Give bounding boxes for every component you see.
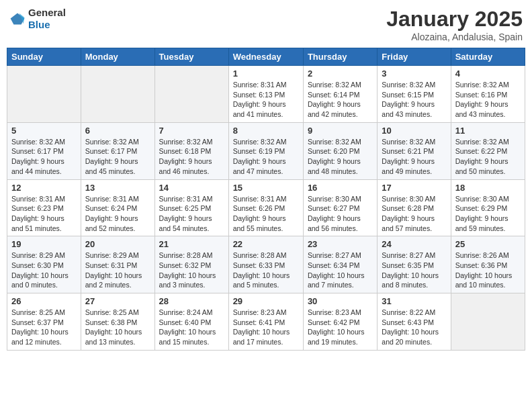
day-number: 23 — [308, 239, 373, 249]
logo-general: General — [28, 7, 66, 18]
calendar-cell: 19Sunrise: 8:29 AM Sunset: 6:30 PM Dayli… — [7, 236, 81, 293]
day-number: 31 — [382, 296, 446, 306]
day-content: Sunrise: 8:24 AM Sunset: 6:40 PM Dayligh… — [159, 308, 224, 347]
day-content: Sunrise: 8:30 AM Sunset: 6:28 PM Dayligh… — [382, 194, 446, 234]
day-content: Sunrise: 8:32 AM Sunset: 6:17 PM Dayligh… — [11, 137, 77, 177]
month-title: January 2025 — [386, 7, 523, 32]
calendar-cell: 22Sunrise: 8:28 AM Sunset: 6:33 PM Dayli… — [228, 236, 303, 293]
day-number: 14 — [159, 183, 224, 193]
weekday-header-thursday: Thursday — [303, 48, 377, 66]
day-number: 3 — [382, 68, 446, 79]
calendar-cell: 23Sunrise: 8:27 AM Sunset: 6:34 PM Dayli… — [303, 236, 377, 293]
logo: General Blue — [9, 7, 66, 31]
calendar-cell: 20Sunrise: 8:29 AM Sunset: 6:31 PM Dayli… — [81, 236, 154, 293]
day-content: Sunrise: 8:22 AM Sunset: 6:43 PM Dayligh… — [382, 308, 446, 347]
day-content: Sunrise: 8:31 AM Sunset: 6:13 PM Dayligh… — [233, 80, 299, 120]
calendar-cell: 12Sunrise: 8:31 AM Sunset: 6:23 PM Dayli… — [7, 179, 81, 236]
calendar-cell: 11Sunrise: 8:32 AM Sunset: 6:22 PM Dayli… — [451, 122, 525, 179]
calendar-cell: 29Sunrise: 8:23 AM Sunset: 6:41 PM Dayli… — [228, 293, 303, 351]
day-content: Sunrise: 8:31 AM Sunset: 6:24 PM Dayligh… — [85, 194, 150, 234]
calendar-cell: 17Sunrise: 8:30 AM Sunset: 6:28 PM Dayli… — [378, 179, 451, 236]
day-number: 6 — [85, 126, 150, 136]
calendar-cell: 27Sunrise: 8:25 AM Sunset: 6:38 PM Dayli… — [81, 293, 154, 351]
calendar-cell — [451, 293, 525, 351]
calendar-cell — [81, 66, 154, 123]
calendar-cell: 4Sunrise: 8:32 AM Sunset: 6:16 PM Daylig… — [451, 66, 525, 123]
calendar-cell: 8Sunrise: 8:32 AM Sunset: 6:19 PM Daylig… — [228, 122, 303, 179]
week-row-4: 19Sunrise: 8:29 AM Sunset: 6:30 PM Dayli… — [7, 236, 525, 293]
calendar-cell — [154, 66, 228, 123]
day-number: 17 — [382, 183, 446, 193]
calendar-cell: 2Sunrise: 8:32 AM Sunset: 6:14 PM Daylig… — [303, 66, 377, 123]
calendar-cell: 24Sunrise: 8:27 AM Sunset: 6:35 PM Dayli… — [378, 236, 451, 293]
day-content: Sunrise: 8:32 AM Sunset: 6:17 PM Dayligh… — [85, 137, 150, 177]
logo-icon — [9, 12, 26, 26]
day-content: Sunrise: 8:27 AM Sunset: 6:35 PM Dayligh… — [382, 250, 446, 290]
calendar-cell: 14Sunrise: 8:31 AM Sunset: 6:25 PM Dayli… — [154, 179, 228, 236]
week-row-5: 26Sunrise: 8:25 AM Sunset: 6:37 PM Dayli… — [7, 293, 525, 351]
location-title: Alozaina, Andalusia, Spain — [386, 32, 523, 42]
day-number: 20 — [85, 239, 150, 249]
day-number: 22 — [233, 239, 299, 249]
day-number: 29 — [233, 296, 299, 306]
day-number: 5 — [11, 126, 77, 136]
day-content: Sunrise: 8:23 AM Sunset: 6:42 PM Dayligh… — [308, 308, 373, 347]
day-content: Sunrise: 8:25 AM Sunset: 6:38 PM Dayligh… — [85, 308, 150, 347]
weekday-header-row: SundayMondayTuesdayWednesdayThursdayFrid… — [7, 48, 525, 66]
calendar-cell: 25Sunrise: 8:26 AM Sunset: 6:36 PM Dayli… — [451, 236, 525, 293]
calendar-cell: 7Sunrise: 8:32 AM Sunset: 6:18 PM Daylig… — [154, 122, 228, 179]
calendar-cell: 6Sunrise: 8:32 AM Sunset: 6:17 PM Daylig… — [81, 122, 154, 179]
calendar-cell: 3Sunrise: 8:32 AM Sunset: 6:15 PM Daylig… — [378, 66, 451, 123]
day-number: 16 — [308, 183, 373, 193]
day-number: 4 — [455, 68, 521, 79]
day-content: Sunrise: 8:32 AM Sunset: 6:14 PM Dayligh… — [308, 80, 373, 120]
calendar-cell: 5Sunrise: 8:32 AM Sunset: 6:17 PM Daylig… — [7, 122, 81, 179]
calendar-cell: 10Sunrise: 8:32 AM Sunset: 6:21 PM Dayli… — [378, 122, 451, 179]
title-area: January 2025 Alozaina, Andalusia, Spain — [386, 7, 523, 42]
day-content: Sunrise: 8:32 AM Sunset: 6:21 PM Dayligh… — [382, 137, 446, 177]
day-content: Sunrise: 8:29 AM Sunset: 6:31 PM Dayligh… — [85, 250, 150, 290]
day-number: 30 — [308, 296, 373, 306]
calendar-cell — [7, 66, 81, 123]
day-content: Sunrise: 8:27 AM Sunset: 6:34 PM Dayligh… — [308, 250, 373, 290]
day-content: Sunrise: 8:26 AM Sunset: 6:36 PM Dayligh… — [455, 250, 521, 290]
day-number: 10 — [382, 126, 446, 136]
day-content: Sunrise: 8:32 AM Sunset: 6:22 PM Dayligh… — [455, 137, 521, 177]
week-row-3: 12Sunrise: 8:31 AM Sunset: 6:23 PM Dayli… — [7, 179, 525, 236]
calendar-cell: 31Sunrise: 8:22 AM Sunset: 6:43 PM Dayli… — [378, 293, 451, 351]
calendar-cell: 1Sunrise: 8:31 AM Sunset: 6:13 PM Daylig… — [228, 66, 303, 123]
weekday-header-saturday: Saturday — [451, 48, 525, 66]
day-number: 18 — [455, 183, 521, 193]
day-number: 26 — [11, 296, 77, 306]
calendar-cell: 21Sunrise: 8:28 AM Sunset: 6:32 PM Dayli… — [154, 236, 228, 293]
calendar-cell: 13Sunrise: 8:31 AM Sunset: 6:24 PM Dayli… — [81, 179, 154, 236]
day-content: Sunrise: 8:32 AM Sunset: 6:19 PM Dayligh… — [233, 137, 299, 177]
day-content: Sunrise: 8:32 AM Sunset: 6:16 PM Dayligh… — [455, 80, 521, 120]
day-number: 2 — [308, 68, 373, 79]
day-number: 15 — [233, 183, 299, 193]
day-number: 21 — [159, 239, 224, 249]
calendar-cell: 26Sunrise: 8:25 AM Sunset: 6:37 PM Dayli… — [7, 293, 81, 351]
day-number: 1 — [233, 68, 299, 79]
day-number: 13 — [85, 183, 150, 193]
day-number: 8 — [233, 126, 299, 136]
calendar-cell: 9Sunrise: 8:32 AM Sunset: 6:20 PM Daylig… — [303, 122, 377, 179]
day-content: Sunrise: 8:30 AM Sunset: 6:29 PM Dayligh… — [455, 194, 521, 234]
day-content: Sunrise: 8:28 AM Sunset: 6:33 PM Dayligh… — [233, 250, 299, 290]
weekday-header-friday: Friday — [378, 48, 451, 66]
day-content: Sunrise: 8:28 AM Sunset: 6:32 PM Dayligh… — [159, 250, 224, 290]
day-number: 12 — [11, 183, 77, 193]
day-content: Sunrise: 8:25 AM Sunset: 6:37 PM Dayligh… — [11, 308, 77, 347]
day-content: Sunrise: 8:31 AM Sunset: 6:25 PM Dayligh… — [159, 194, 224, 234]
day-number: 25 — [455, 239, 521, 249]
week-row-2: 5Sunrise: 8:32 AM Sunset: 6:17 PM Daylig… — [7, 122, 525, 179]
calendar-table: SundayMondayTuesdayWednesdayThursdayFrid… — [7, 48, 525, 351]
calendar-cell: 15Sunrise: 8:31 AM Sunset: 6:26 PM Dayli… — [228, 179, 303, 236]
day-number: 27 — [85, 296, 150, 306]
day-number: 19 — [11, 239, 77, 249]
weekday-header-wednesday: Wednesday — [228, 48, 303, 66]
day-content: Sunrise: 8:30 AM Sunset: 6:27 PM Dayligh… — [308, 194, 373, 234]
header: General Blue January 2025 Alozaina, Anda… — [7, 7, 525, 42]
day-content: Sunrise: 8:32 AM Sunset: 6:15 PM Dayligh… — [382, 80, 446, 120]
weekday-header-sunday: Sunday — [7, 48, 81, 66]
